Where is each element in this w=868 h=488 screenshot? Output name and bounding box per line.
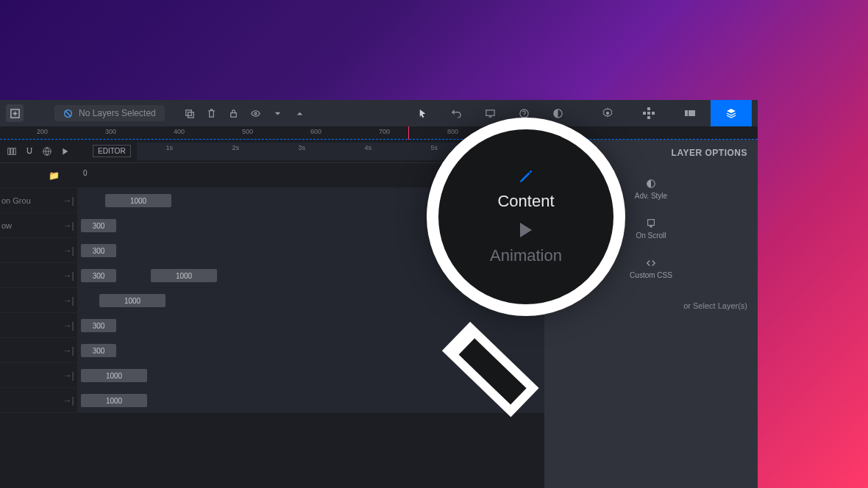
svg-point-5 — [255, 112, 257, 115]
selection-indicator: No Layers Selected — [54, 105, 165, 121]
timeline-bar[interactable]: 300 — [81, 344, 116, 357]
layer-options-panel: LAYER OPTIONS os Adv. Style On Scroll ut… — [544, 140, 758, 488]
ruler-tick: 200 — [37, 128, 48, 135]
timeline-row: →| 1000 — [0, 288, 544, 313]
timeline-bar[interactable]: 1000 — [151, 269, 217, 282]
help-icon[interactable] — [515, 104, 533, 122]
zero-marker: 0 — [83, 169, 88, 177]
copy-icon[interactable] — [181, 104, 199, 122]
timeline-row: →| 1000 — [0, 388, 544, 413]
tab-position[interactable] — [628, 100, 669, 126]
svg-rect-17 — [8, 148, 10, 154]
arrow-icon[interactable]: →| — [60, 295, 77, 306]
trash-icon[interactable] — [203, 104, 221, 122]
svg-rect-10 — [647, 112, 650, 115]
timeline-bar[interactable]: 300 — [81, 319, 116, 332]
columns-icon[interactable] — [3, 143, 21, 160]
svg-rect-11 — [647, 107, 650, 110]
svg-rect-3 — [188, 112, 194, 118]
arrow-icon[interactable]: →| — [60, 220, 77, 231]
timeline-row: →| 300 — [0, 238, 544, 263]
timeline-bar[interactable]: 300 — [81, 244, 116, 257]
svg-rect-12 — [647, 116, 650, 119]
tab-gallery[interactable] — [669, 100, 711, 126]
ruler-tick: 600 — [310, 128, 321, 135]
ruler-tick: 300 — [105, 128, 116, 135]
tab-layers[interactable] — [711, 100, 752, 126]
timeline-bar[interactable]: 1000 — [81, 394, 147, 407]
globe-icon[interactable] — [38, 143, 56, 160]
tab-settings[interactable] — [587, 100, 628, 126]
arrow-icon[interactable]: →| — [60, 345, 77, 356]
timeline-row: →| 300 1000 — [0, 263, 544, 288]
right-tabs — [587, 100, 752, 126]
timeline-bar[interactable]: 1000 — [105, 194, 171, 207]
ruler-tick: 500 — [242, 128, 253, 135]
add-button[interactable] — [6, 104, 24, 122]
ruler-tick: 700 — [379, 128, 390, 135]
playhead[interactable] — [408, 126, 409, 140]
svg-rect-19 — [14, 148, 16, 154]
svg-point-9 — [606, 112, 609, 115]
arrow-icon[interactable]: →| — [60, 270, 77, 281]
ruler-tick: 900 — [516, 128, 527, 135]
timeline-bar[interactable]: 300 — [81, 219, 116, 232]
svg-rect-22 — [648, 219, 655, 225]
seconds-ruler[interactable]: 1s 2s 3s 4s 5s — [137, 143, 544, 160]
svg-rect-14 — [652, 112, 655, 115]
svg-rect-13 — [643, 112, 646, 115]
svg-rect-15 — [685, 110, 688, 116]
svg-rect-18 — [11, 148, 13, 154]
eye-icon[interactable] — [247, 104, 265, 122]
snap-icon[interactable] — [21, 143, 38, 160]
editor-label: EDITOR — [93, 145, 131, 157]
play-icon[interactable] — [56, 143, 74, 160]
ruler-tick: 400 — [174, 128, 185, 135]
option-row-1-left[interactable]: os — [549, 169, 617, 209]
timeline-row: ow →| 300 — [0, 213, 544, 238]
timeline-rows: 📁 0 on Grou →| 1000 ow →| 300 — [0, 163, 544, 488]
chevron-up-icon[interactable] — [291, 104, 309, 122]
arrow-icon[interactable]: →| — [60, 320, 77, 331]
folder-icon[interactable]: 📁 — [44, 171, 63, 181]
option-adv-style[interactable]: Adv. Style — [617, 169, 686, 209]
arrow-icon[interactable]: →| — [60, 370, 77, 381]
timeline-header: EDITOR 1s 2s 3s 4s 5s — [0, 140, 544, 163]
lock-icon[interactable] — [225, 104, 243, 122]
timeline-bar[interactable]: 300 — [81, 269, 116, 282]
svg-rect-16 — [689, 110, 695, 116]
timeline-row: on Grou →| 1000 — [0, 188, 544, 213]
arrow-icon[interactable]: →| — [60, 245, 77, 256]
row-header: 📁 0 — [0, 163, 544, 188]
timeline-row: →| 300 — [0, 313, 544, 338]
undo-icon[interactable] — [447, 104, 465, 122]
option-custom-css[interactable]: Custom CSS — [617, 248, 686, 288]
svg-rect-6 — [485, 110, 494, 115]
toolbar: No Layers Selected — [0, 100, 758, 126]
timeline-row: →| 300 — [0, 338, 544, 363]
svg-rect-2 — [186, 110, 192, 115]
contrast-icon[interactable] — [549, 104, 566, 122]
panel-hint: or Select Layer(s) — [544, 291, 758, 320]
timeline-bar[interactable]: 1000 — [99, 294, 166, 307]
ruler[interactable]: 200 300 400 500 600 700 800 900 — [0, 126, 758, 140]
selection-label: No Layers Selected — [79, 108, 156, 118]
option-on-scroll[interactable]: On Scroll — [617, 209, 686, 248]
desktop-icon[interactable] — [481, 104, 499, 122]
svg-rect-4 — [231, 112, 237, 117]
arrow-icon[interactable]: →| — [60, 395, 77, 406]
timeline-bar[interactable]: 1000 — [81, 369, 147, 382]
pointer-icon[interactable] — [413, 104, 431, 122]
arrow-icon[interactable]: →| — [60, 195, 77, 206]
ruler-tick: 800 — [447, 128, 458, 135]
timeline-row: →| 1000 — [0, 363, 544, 388]
panel-title: LAYER OPTIONS — [544, 140, 758, 166]
chevron-down-icon[interactable] — [269, 104, 287, 122]
option-attributes[interactable]: utes — [549, 248, 617, 288]
